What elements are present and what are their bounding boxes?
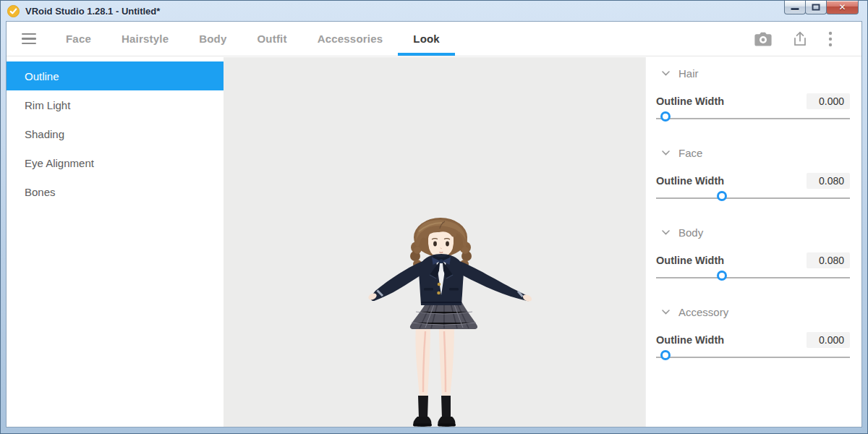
tab-outfit[interactable]: Outfit xyxy=(242,22,302,56)
outline-width-value[interactable]: 0.000 xyxy=(807,332,850,348)
sidebar-item-rim-light[interactable]: Rim Light xyxy=(7,90,224,119)
tab-accessories[interactable]: Accessories xyxy=(302,22,399,56)
section-accessory: Accessory Outline Width 0.000 xyxy=(656,304,850,365)
outline-width-slider[interactable] xyxy=(656,271,850,286)
window-title: VRoid Studio 1.28.1 - Untitled* xyxy=(25,6,160,17)
outline-width-value[interactable]: 0.080 xyxy=(807,252,850,268)
slider-handle[interactable] xyxy=(717,191,727,201)
app-surface: Face Hairstyle Body Outfit Accessories L… xyxy=(6,21,862,427)
share-export-icon xyxy=(792,31,808,47)
close-icon: ✕ xyxy=(827,1,858,14)
window-controls: ✕ xyxy=(785,1,859,14)
close-button[interactable]: ✕ xyxy=(826,1,859,14)
maximize-icon xyxy=(812,4,820,11)
outline-width-label: Outline Width xyxy=(656,175,724,187)
chevron-down-icon xyxy=(662,71,670,76)
outline-width-slider[interactable] xyxy=(656,191,850,206)
slider-track[interactable] xyxy=(656,277,850,278)
sidebar-item-bones[interactable]: Bones xyxy=(7,177,224,206)
outline-width-label: Outline Width xyxy=(656,95,724,107)
outline-parameters-panel: Hair Outline Width 0.000 Face xyxy=(645,57,861,427)
tab-face[interactable]: Face xyxy=(51,22,106,56)
look-sidebar: Outline Rim Light Shading Eye Alignment … xyxy=(7,57,224,427)
outline-width-value[interactable]: 0.000 xyxy=(807,93,850,109)
outline-width-value[interactable]: 0.080 xyxy=(807,173,850,189)
sidebar-item-shading[interactable]: Shading xyxy=(7,119,224,148)
outline-width-label: Outline Width xyxy=(656,334,724,346)
title-bar: VRoid Studio 1.28.1 - Untitled* ✕ xyxy=(1,1,867,21)
menu-button[interactable] xyxy=(22,33,36,44)
slider-handle[interactable] xyxy=(717,271,727,281)
slider-handle[interactable] xyxy=(660,350,671,360)
maximize-button[interactable] xyxy=(805,1,827,14)
tab-look[interactable]: Look xyxy=(398,22,455,56)
chevron-down-icon xyxy=(662,150,670,156)
kebab-menu-icon xyxy=(828,31,833,47)
chevron-down-icon xyxy=(662,230,670,235)
minimize-button[interactable] xyxy=(784,1,806,14)
model-viewport[interactable] xyxy=(224,57,645,427)
camera-icon xyxy=(754,32,772,46)
top-navbar: Face Hairstyle Body Outfit Accessories L… xyxy=(7,22,861,56)
section-body-header[interactable]: Body xyxy=(656,224,850,240)
section-face: Face Outline Width 0.080 xyxy=(656,145,850,206)
section-face-header[interactable]: Face xyxy=(656,145,850,161)
slider-handle[interactable] xyxy=(660,111,671,122)
sidebar-item-eye-alignment[interactable]: Eye Alignment xyxy=(7,148,224,177)
minimize-icon xyxy=(791,8,799,10)
export-button[interactable] xyxy=(792,31,808,47)
section-hair-header[interactable]: Hair xyxy=(656,65,850,81)
character-model xyxy=(367,217,535,427)
outline-width-slider[interactable] xyxy=(656,350,850,365)
more-options-button[interactable] xyxy=(828,31,833,47)
section-body: Body Outline Width 0.080 xyxy=(656,224,850,286)
outline-width-slider[interactable] xyxy=(656,111,850,127)
outline-width-label: Outline Width xyxy=(656,255,724,266)
app-window: VRoid Studio 1.28.1 - Untitled* ✕ Face H… xyxy=(0,0,868,434)
hamburger-icon xyxy=(22,33,36,35)
slider-track[interactable] xyxy=(656,197,850,199)
vroid-logo-icon xyxy=(7,5,20,17)
tab-hairstyle[interactable]: Hairstyle xyxy=(106,22,184,56)
screenshot-button[interactable] xyxy=(754,32,772,46)
tab-body[interactable]: Body xyxy=(184,22,242,56)
main-area: Outline Rim Light Shading Eye Alignment … xyxy=(7,57,861,427)
slider-track[interactable] xyxy=(656,357,850,358)
section-hair: Hair Outline Width 0.000 xyxy=(656,65,850,127)
sidebar-item-outline[interactable]: Outline xyxy=(7,61,224,90)
section-accessory-header[interactable]: Accessory xyxy=(656,304,850,320)
chevron-down-icon xyxy=(662,310,670,315)
slider-track[interactable] xyxy=(656,118,850,119)
editor-tabs: Face Hairstyle Body Outfit Accessories L… xyxy=(51,22,455,56)
navbar-actions xyxy=(754,22,833,56)
